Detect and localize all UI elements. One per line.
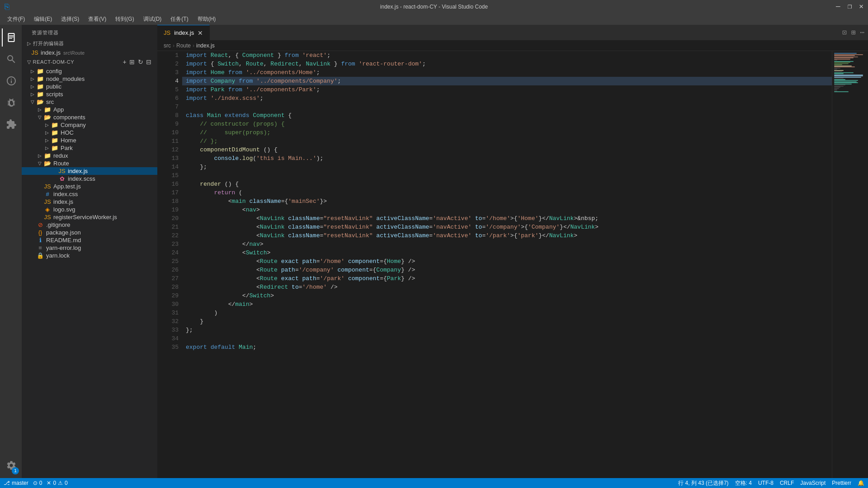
collapse-icon[interactable]: ⊟	[146, 58, 152, 66]
split-editor-icon[interactable]: ⊞	[851, 28, 856, 37]
tree-item-yarn-lock[interactable]: 🔒 yarn.lock	[22, 252, 157, 259]
breadcrumb-file[interactable]: index.js	[196, 42, 215, 49]
tree-item-hoc[interactable]: ▷ 📁 HOC	[22, 129, 157, 136]
tree-item-readme[interactable]: ℹ README.md	[22, 236, 157, 244]
tree-item-index-css[interactable]: # index.css	[22, 190, 157, 198]
code-line-6: import './index.scss';	[182, 94, 832, 103]
menu-item[interactable]: 任务(T)	[167, 14, 192, 24]
tree-item-app-test[interactable]: JS App.test.js	[22, 183, 157, 190]
git-branch-status[interactable]: ⎇ master	[4, 480, 28, 486]
line-numbers: 12345 678910 1112131415 1617181920 21222…	[157, 51, 182, 478]
breadcrumb-route[interactable]: Route	[176, 42, 191, 49]
folder-icon: 📁	[51, 137, 59, 144]
indentation[interactable]: 空格: 4	[735, 479, 752, 487]
search-activity-icon[interactable]	[2, 50, 20, 68]
project-section[interactable]: ▽ REACT-DOM-CY + ⊞ ↻ ⊟	[22, 56, 157, 67]
code-line-5: import Park from '../components/Park';	[182, 85, 832, 94]
code-line-7	[182, 103, 832, 111]
code-line-11: // };	[182, 137, 832, 145]
settings-activity-icon[interactable]: 1	[2, 456, 20, 474]
open-changes-icon[interactable]: ⊡	[842, 28, 847, 37]
code-line-26: <Route path='/company' component={Compan…	[182, 266, 832, 274]
tree-item-node-modules[interactable]: ▷ 📁 node_modules	[22, 75, 157, 83]
new-file-icon[interactable]: +	[123, 58, 127, 66]
close-button[interactable]: ✕	[859, 3, 863, 10]
notifications[interactable]: 🔔	[858, 480, 864, 486]
language-mode[interactable]: JavaScript	[800, 480, 826, 486]
line-ending[interactable]: CRLF	[780, 480, 794, 486]
breadcrumb-src[interactable]: src	[164, 42, 171, 49]
tree-item-register-sw[interactable]: JS registerServiceWorker.js	[22, 213, 157, 221]
tree-item-src-index-js[interactable]: JS index.js	[22, 198, 157, 206]
explorer-activity-icon[interactable]	[2, 28, 20, 47]
menu-item[interactable]: 选择(S)	[57, 14, 83, 24]
code-content[interactable]: import React, { Component } from 'react'…	[182, 51, 832, 478]
tree-item-route-index-js[interactable]: JS index.js	[22, 167, 157, 175]
maximize-button[interactable]: ❐	[848, 3, 852, 10]
menu-item[interactable]: 查看(V)	[85, 14, 110, 24]
tab-close-button[interactable]: ✕	[198, 29, 203, 37]
code-line-35: export default Main;	[182, 343, 832, 352]
js-file-icon: JS	[31, 49, 39, 56]
code-line-23: </nav>	[182, 240, 832, 249]
more-actions-icon[interactable]: ⋯	[860, 28, 864, 37]
css-file-icon: #	[43, 191, 52, 197]
refresh-icon[interactable]: ↻	[138, 58, 144, 66]
tree-item-logo-svg[interactable]: ◈ logo.svg	[22, 206, 157, 213]
code-line-28: <Redirect to='/home' />	[182, 283, 832, 291]
encoding-text: UTF-8	[758, 480, 774, 486]
menu-item[interactable]: 帮助(H)	[194, 14, 220, 24]
extensions-activity-icon[interactable]	[2, 115, 20, 133]
code-line-3: import Home from '../components/Home';	[182, 68, 832, 77]
file-tree: ▷ 📁 config ▷ 📁 node_modules ▷ 📁 public ▷…	[22, 67, 157, 478]
js-file-icon: JS	[58, 168, 66, 174]
cursor-position[interactable]: 行 4, 列 43 (已选择7)	[678, 479, 728, 487]
prettier-status[interactable]: Prettierr	[832, 480, 851, 486]
folder-open-icon: 📂	[43, 114, 52, 121]
code-line-9: // constructor (props) {	[182, 120, 832, 128]
js-file-icon: JS	[43, 183, 52, 190]
tree-item-package-json[interactable]: {} package.json	[22, 229, 157, 236]
tab-index-js[interactable]: JS index.js ✕	[157, 25, 210, 40]
tree-item-company[interactable]: ▷ 📁 Company	[22, 121, 157, 129]
sync-status[interactable]: ⊙ 0	[33, 480, 42, 486]
menu-item[interactable]: 调试(D)	[140, 14, 165, 24]
tree-item-route-index-scss[interactable]: ✿ index.scss	[22, 175, 157, 183]
breadcrumb-sep-2: ›	[193, 42, 194, 49]
menu-item[interactable]: 文件(F)	[4, 14, 28, 24]
code-line-4: import Company from '../components/Compa…	[182, 77, 832, 85]
sync-count: 0	[39, 480, 42, 486]
tree-item-home[interactable]: ▷ 📁 Home	[22, 136, 157, 144]
git-activity-icon[interactable]	[2, 72, 20, 90]
menu-item[interactable]: 转到(G)	[112, 14, 137, 24]
open-file-index-js[interactable]: JS index.js src\Route	[22, 49, 157, 56]
tree-item-scripts[interactable]: ▷ 📁 scripts	[22, 90, 157, 98]
tree-item-park[interactable]: ▷ 📁 Park	[22, 144, 157, 152]
code-editor[interactable]: 12345 678910 1112131415 1617181920 21222…	[157, 51, 868, 478]
tree-item-redux[interactable]: ▷ 📁 redux	[22, 152, 157, 160]
tree-item-app[interactable]: ▷ 📁 App	[22, 106, 157, 113]
tab-label: index.js	[174, 29, 194, 36]
tree-item-src[interactable]: ▽ 📂 src	[22, 98, 157, 106]
tree-item-components[interactable]: ▽ 📂 components	[22, 113, 157, 121]
tree-item-config[interactable]: ▷ 📁 config	[22, 67, 157, 75]
menu-item[interactable]: 编辑(E)	[30, 14, 56, 24]
tree-item-public[interactable]: ▷ 📁 public	[22, 83, 157, 90]
tree-item-yarn-error-log[interactable]: ≡ yarn-error.log	[22, 244, 157, 252]
new-folder-icon[interactable]: ⊞	[129, 58, 135, 66]
app-icon: ⎘	[5, 2, 9, 12]
debug-activity-icon[interactable]	[2, 94, 20, 112]
code-line-21: <NavLink className="resetNavLink" active…	[182, 223, 832, 231]
errors-status[interactable]: ✕ 0 ⚠ 0	[47, 480, 67, 486]
code-line-24: <Switch>	[182, 249, 832, 257]
tree-item-gitignore[interactable]: ⊘ .gitignore	[22, 221, 157, 229]
menu-bar: 文件(F)编辑(E)选择(S)查看(V)转到(G)调试(D)任务(T)帮助(H)	[0, 14, 868, 25]
code-line-22: <NavLink className="resetNavLink" active…	[182, 231, 832, 240]
tree-item-route[interactable]: ▽ 📂 Route	[22, 160, 157, 167]
encoding[interactable]: UTF-8	[758, 480, 774, 486]
notification-bell-icon: 🔔	[858, 480, 864, 486]
open-editors-section[interactable]: ▷ 打开的编辑器	[22, 38, 157, 49]
minimize-button[interactable]: —	[836, 3, 840, 10]
code-line-27: <Route exact path='/park' component={Par…	[182, 274, 832, 283]
code-line-25: <Route exact path='/home' component={Hom…	[182, 257, 832, 266]
